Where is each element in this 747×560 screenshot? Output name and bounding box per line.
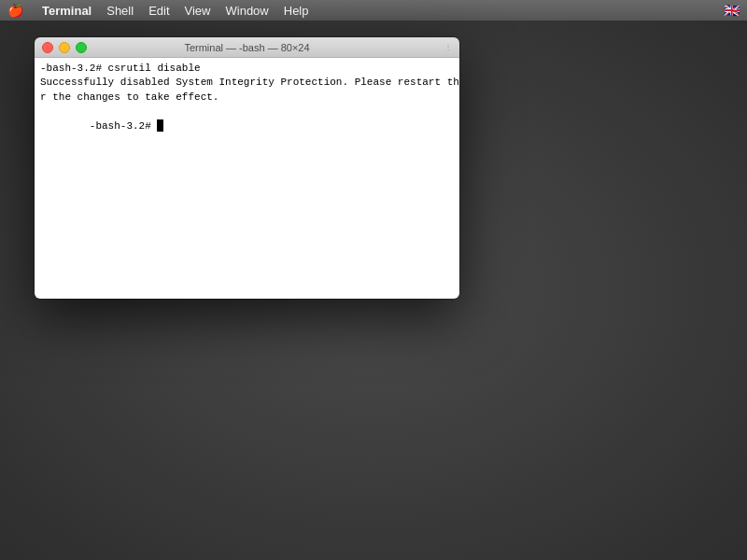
terminal-content[interactable]: -bash-3.2# csrutil disable Successfully … [35, 58, 459, 299]
menubar: 🍎 Terminal Shell Edit View Window Help 🇬… [0, 0, 747, 21]
scroll-icon: ⋮ [443, 42, 454, 53]
window-title: Terminal — -bash — 80×24 [184, 42, 309, 53]
apple-menu[interactable]: 🍎 [7, 3, 23, 18]
terminal-line-2: Successfully disabled System Integrity P… [40, 76, 454, 90]
menu-window[interactable]: Window [226, 4, 269, 18]
minimize-button[interactable] [59, 42, 70, 53]
terminal-window: Terminal — -bash — 80×24 ⋮ -bash-3.2# cs… [35, 37, 459, 299]
title-bar: Terminal — -bash — 80×24 ⋮ [35, 37, 459, 58]
menu-view[interactable]: View [185, 4, 211, 18]
flag-icon: 🇬🇧 [724, 3, 740, 18]
menu-edit[interactable]: Edit [148, 4, 169, 18]
menu-terminal[interactable]: Terminal [42, 4, 92, 18]
traffic-lights [42, 42, 87, 53]
maximize-button[interactable] [76, 42, 87, 53]
terminal-line-1: -bash-3.2# csrutil disable [40, 62, 454, 76]
terminal-line-3: r the changes to take effect. [40, 91, 454, 105]
desktop: Terminal — -bash — 80×24 ⋮ -bash-3.2# cs… [0, 21, 747, 560]
terminal-line-4: -bash-3.2# [40, 105, 454, 147]
menu-shell[interactable]: Shell [106, 4, 134, 18]
cursor [157, 119, 163, 132]
menu-help[interactable]: Help [284, 4, 309, 18]
close-button[interactable] [42, 42, 53, 53]
